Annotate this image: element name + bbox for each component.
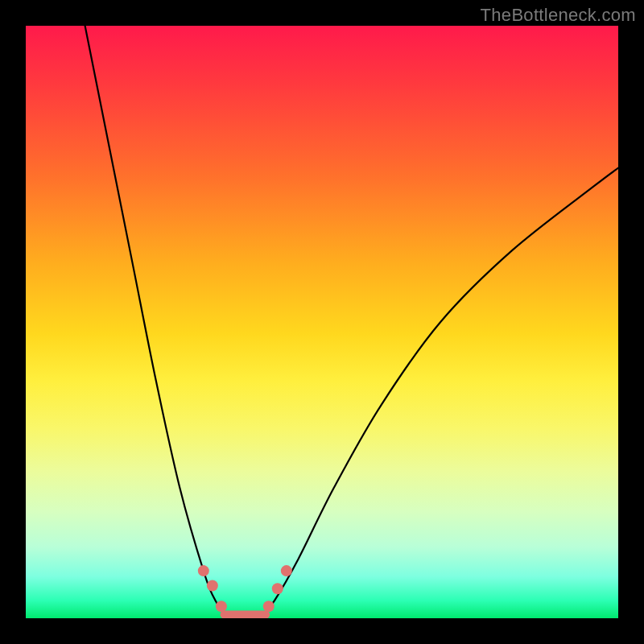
curve-left-branch — [85, 26, 228, 615]
left-knee-dot — [216, 601, 227, 612]
outer-frame: TheBottleneck.com — [0, 0, 644, 644]
left-upper-dot — [198, 565, 209, 576]
curve-right-branch — [262, 168, 618, 616]
curve-svg — [26, 26, 618, 618]
plot-area — [26, 26, 618, 618]
watermark-text: TheBottleneck.com — [481, 5, 636, 26]
right-upper-dot — [281, 565, 292, 576]
right-lower-dot — [272, 583, 283, 594]
right-knee-dot — [263, 601, 275, 612]
left-lower-dot — [207, 580, 218, 592]
marker-dots-group — [198, 565, 292, 612]
